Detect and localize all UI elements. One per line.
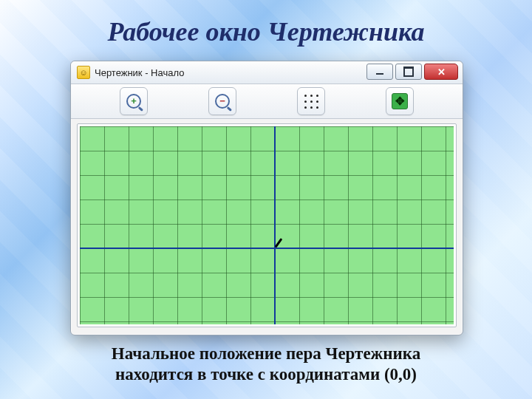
title-bar[interactable]: ☺ Чертежник - Начало ✕ <box>71 61 463 84</box>
app-icon: ☺ <box>77 66 90 79</box>
x-axis <box>80 248 454 249</box>
page-title: Рабочее окно Чертежника <box>0 16 532 47</box>
zoom-out-button[interactable]: − <box>208 87 236 115</box>
caption: Начальное положение пера Чертежника нахо… <box>0 344 532 386</box>
maximize-icon <box>403 66 414 77</box>
toolbar: + − ✥ <box>71 84 463 119</box>
maximize-button[interactable] <box>395 64 422 80</box>
caption-line-1: Начальное положение пера Чертежника <box>0 344 532 365</box>
close-icon: ✕ <box>437 66 446 78</box>
caption-line-2: находится в точке с координатами (0,0) <box>0 364 532 386</box>
grid-layer <box>80 126 454 324</box>
drawing-area-frame <box>77 123 457 327</box>
minimize-icon <box>376 73 383 75</box>
fit-icon: ✥ <box>392 93 408 109</box>
window-title: Чертежник - Начало <box>95 67 184 78</box>
close-button[interactable]: ✕ <box>424 64 458 80</box>
pen-origin-marker <box>275 238 282 248</box>
fit-view-button[interactable]: ✥ <box>386 87 414 115</box>
grid-toggle-button[interactable] <box>297 87 325 115</box>
zoom-in-button[interactable]: + <box>120 87 148 115</box>
y-axis <box>274 126 276 324</box>
drawing-field[interactable] <box>80 126 454 324</box>
minimize-button[interactable] <box>366 64 393 80</box>
app-window: ☺ Чертежник - Начало ✕ + − ✥ <box>70 61 463 335</box>
grid-icon <box>304 94 318 109</box>
magnifier-plus-icon: + <box>126 94 141 109</box>
magnifier-minus-icon: − <box>215 94 230 109</box>
